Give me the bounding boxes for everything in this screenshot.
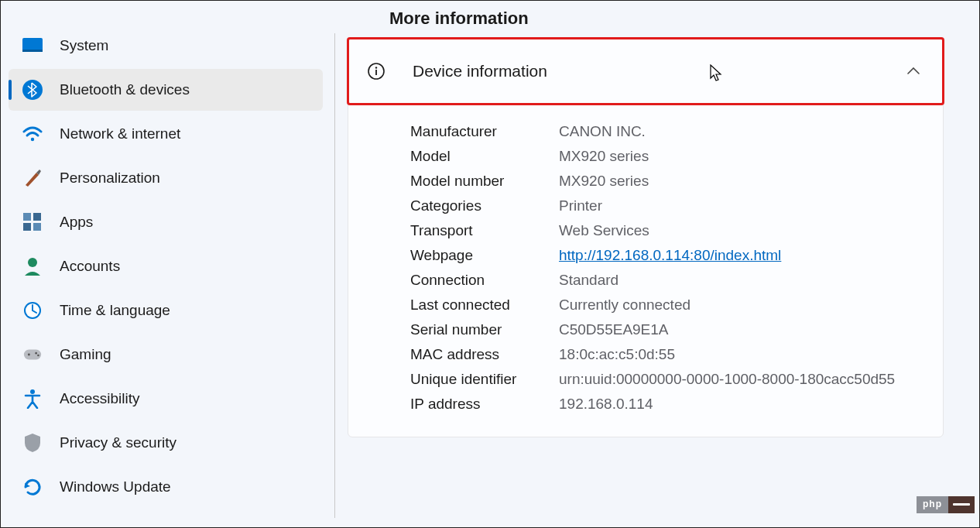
svg-rect-6 bbox=[23, 223, 31, 231]
info-row-webpage: Webpage http://192.168.0.114:80/index.ht… bbox=[410, 243, 921, 268]
svg-rect-4 bbox=[23, 213, 31, 221]
info-value: MX920 series bbox=[559, 148, 921, 165]
info-label: Serial number bbox=[410, 321, 559, 338]
device-information-card: Device information Manufacturer CANON IN… bbox=[348, 38, 944, 437]
svg-point-14 bbox=[37, 355, 39, 357]
sidebar-item-label: Personalization bbox=[60, 170, 323, 187]
info-row-serial-number: Serial number C50D55EA9E1A bbox=[410, 317, 921, 342]
info-row-mac-address: MAC address 18:0c:ac:c5:0d:55 bbox=[410, 342, 921, 367]
svg-point-13 bbox=[35, 352, 37, 355]
info-label: Categories bbox=[410, 197, 559, 214]
nav-list: System Bluetooth & devices Network & int… bbox=[1, 25, 335, 508]
section-title: More information bbox=[389, 9, 965, 29]
info-label: Unique identifier bbox=[410, 371, 559, 388]
info-label: Transport bbox=[410, 222, 559, 239]
info-label: Webpage bbox=[410, 247, 559, 264]
svg-point-3 bbox=[31, 138, 34, 141]
info-label: Connection bbox=[410, 272, 559, 289]
info-row-connection: Connection Standard bbox=[410, 268, 921, 293]
info-row-manufacturer: Manufacturer CANON INC. bbox=[410, 119, 921, 144]
account-icon bbox=[22, 256, 43, 276]
sidebar-item-personalization[interactable]: Personalization bbox=[9, 157, 323, 199]
system-icon bbox=[22, 36, 43, 56]
sidebar-item-time-language[interactable]: Time & language bbox=[9, 290, 323, 331]
wifi-icon bbox=[22, 124, 43, 144]
watermark-text: php bbox=[917, 496, 948, 513]
info-label: IP address bbox=[410, 396, 559, 413]
info-value: C50D55EA9E1A bbox=[559, 321, 921, 338]
sidebar-item-label: Bluetooth & devices bbox=[60, 81, 323, 98]
sidebar-item-network-internet[interactable]: Network & internet bbox=[9, 113, 323, 155]
sidebar-item-accounts[interactable]: Accounts bbox=[9, 245, 323, 287]
watermark-badge: php bbox=[917, 496, 975, 513]
bluetooth-icon bbox=[22, 80, 43, 100]
sidebar-item-privacy-security[interactable]: Privacy & security bbox=[9, 422, 323, 464]
brush-icon bbox=[22, 168, 43, 188]
device-information-body: Manufacturer CANON INC. Model MX920 seri… bbox=[348, 104, 943, 437]
apps-icon bbox=[22, 212, 43, 232]
info-row-model: Model MX920 series bbox=[410, 144, 921, 169]
update-icon bbox=[22, 477, 43, 497]
device-information-header[interactable]: Device information bbox=[347, 37, 944, 105]
sidebar-item-gaming[interactable]: Gaming bbox=[9, 334, 323, 375]
svg-rect-5 bbox=[33, 213, 41, 221]
main-content: More information Device information Manu… bbox=[335, 1, 979, 527]
sidebar-item-label: Windows Update bbox=[60, 478, 323, 495]
sidebar-item-apps[interactable]: Apps bbox=[9, 201, 323, 243]
watermark-stripe bbox=[948, 496, 975, 513]
info-label: Model bbox=[410, 148, 559, 165]
info-row-transport: Transport Web Services bbox=[410, 218, 921, 243]
svg-point-12 bbox=[28, 354, 30, 356]
info-label: MAC address bbox=[410, 346, 559, 363]
info-label: Model number bbox=[410, 173, 559, 190]
sidebar-item-windows-update[interactable]: Windows Update bbox=[9, 466, 323, 508]
info-value: 18:0c:ac:c5:0d:55 bbox=[559, 346, 921, 363]
info-value: Currently connected bbox=[559, 297, 921, 314]
svg-rect-1 bbox=[22, 50, 43, 52]
info-row-ip-address: IP address 192.168.0.114 bbox=[410, 392, 921, 417]
info-label: Manufacturer bbox=[410, 123, 559, 140]
info-value: Standard bbox=[559, 272, 921, 289]
sidebar-item-label: Time & language bbox=[60, 302, 323, 319]
svg-rect-7 bbox=[33, 223, 41, 231]
svg-point-15 bbox=[30, 389, 35, 394]
info-row-categories: Categories Printer bbox=[410, 194, 921, 218]
info-value: Web Services bbox=[559, 222, 921, 239]
sidebar-item-label: Apps bbox=[60, 214, 323, 231]
sidebar-item-label: Privacy & security bbox=[60, 434, 323, 451]
settings-sidebar: System Bluetooth & devices Network & int… bbox=[1, 1, 335, 527]
game-icon bbox=[22, 345, 43, 365]
sidebar-item-label: Accessibility bbox=[60, 390, 323, 407]
sidebar-item-label: Accounts bbox=[60, 258, 323, 275]
shield-icon bbox=[22, 433, 43, 453]
chevron-up-icon bbox=[906, 64, 920, 78]
sidebar-item-label: Network & internet bbox=[60, 125, 323, 142]
sidebar-item-label: Gaming bbox=[60, 346, 323, 363]
info-row-unique-identifier: Unique identifier urn:uuid:00000000-0000… bbox=[410, 367, 921, 392]
card-title: Device information bbox=[413, 62, 906, 81]
info-value: 192.168.0.114 bbox=[559, 396, 921, 413]
sidebar-item-label: System bbox=[60, 37, 323, 54]
info-row-last-connected: Last connected Currently connected bbox=[410, 293, 921, 317]
accessibility-icon bbox=[22, 389, 43, 409]
sidebar-item-bluetooth-devices[interactable]: Bluetooth & devices bbox=[9, 69, 323, 111]
info-value: Printer bbox=[559, 197, 921, 214]
svg-point-17 bbox=[375, 67, 377, 68]
svg-rect-18 bbox=[375, 70, 377, 75]
info-value: CANON INC. bbox=[559, 123, 921, 140]
sidebar-item-accessibility[interactable]: Accessibility bbox=[9, 378, 323, 420]
sidebar-item-system[interactable]: System bbox=[9, 25, 323, 67]
info-label: Last connected bbox=[410, 297, 559, 314]
info-value-link[interactable]: http://192.168.0.114:80/index.html bbox=[559, 247, 921, 264]
svg-point-8 bbox=[28, 258, 37, 267]
info-value: urn:uuid:00000000-0000-1000-8000-180cacc… bbox=[559, 371, 921, 388]
info-icon bbox=[366, 61, 386, 81]
info-value: MX920 series bbox=[559, 173, 921, 190]
sidebar-divider bbox=[334, 33, 335, 518]
info-row-model-number: Model number MX920 series bbox=[410, 169, 921, 194]
clock-icon bbox=[22, 300, 43, 321]
